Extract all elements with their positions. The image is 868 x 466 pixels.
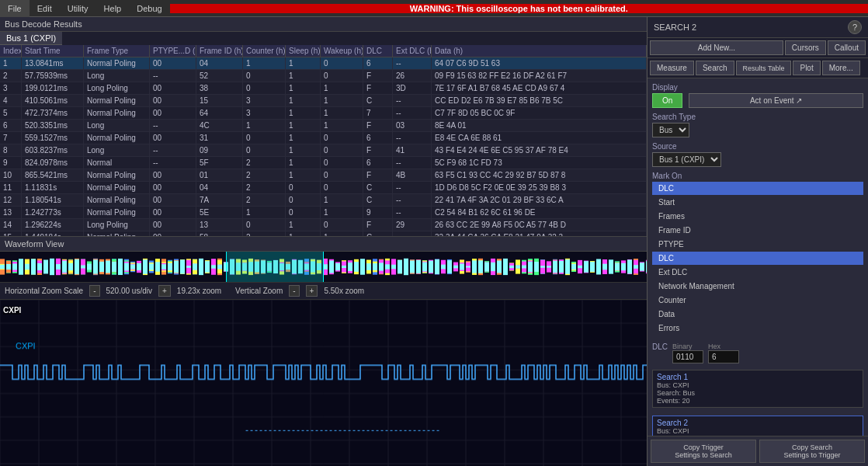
decode-table-container[interactable]: 1 13.0841ms Normal Poling 00 04 1 1 0 6 …: [0, 57, 647, 236]
table-row[interactable]: 13 1.242773s Normal Poling 00 5E 1 0 1 9…: [0, 207, 647, 219]
copy-search-settings-button[interactable]: Copy SearchSettings to Trigger: [759, 440, 865, 463]
table-row[interactable]: 14 1.296224s Long Poling 00 13 0 1 0 F 2…: [0, 219, 647, 231]
more-button[interactable]: More...: [822, 61, 860, 75]
td-data: CC ED D2 E6 7B 39 E7 85 B6 7B 5C: [432, 95, 647, 106]
td-data: 1D D6 D8 5C F2 0E 0E 39 25 39 B8 3: [432, 182, 647, 193]
help-button[interactable]: ?: [848, 20, 862, 34]
plot-button[interactable]: Plot: [793, 61, 820, 75]
td-ptype: --: [150, 120, 196, 131]
td-dlc: 7: [363, 107, 393, 119]
table-row[interactable]: 6 520.3351ms Long -- 4C 1 1 1 F 03 8E 4A…: [0, 120, 647, 132]
source-dropdown[interactable]: Bus 1 (CXPI): [652, 152, 721, 167]
search-button[interactable]: Search: [696, 61, 734, 75]
callout-button[interactable]: Callout: [828, 40, 866, 55]
table-row[interactable]: 9 824.0978ms Normal -- 5F 2 1 0 6 -- 5C …: [0, 157, 647, 169]
dlc-hex-input[interactable]: 6: [708, 350, 739, 363]
vz-zoom-minus[interactable]: -: [289, 285, 299, 297]
td-start: 520.3351ms: [22, 120, 84, 131]
bus-decode-title: Bus Decode Results: [5, 19, 82, 29]
add-new-button[interactable]: Add New...: [650, 40, 783, 55]
display-on-button[interactable]: On: [652, 93, 682, 108]
td-wakeup: 0: [321, 219, 363, 231]
mark-on-start[interactable]: Start: [652, 196, 863, 209]
td-ptype: 00: [150, 169, 196, 181]
mark-on-ext-dlc[interactable]: Ext DLC: [652, 266, 863, 279]
td-ftype: Long: [84, 144, 150, 156]
table-row[interactable]: 3 199.0121ms Long Poling 00 38 0 1 1 F 3…: [0, 82, 647, 95]
copy-trigger-settings-button[interactable]: Copy TriggerSettings to Search: [651, 440, 756, 463]
waveform-overview[interactable]: [0, 252, 647, 283]
search1-detail3: Events: 20: [657, 397, 859, 405]
td-frameid: 31: [196, 132, 243, 144]
td-data: 22 41 7A 4F 3A 2C 01 29 BF 33 6C A: [432, 194, 647, 206]
td-data: E8 4E CA 6E 88 61: [432, 132, 647, 144]
mark-on-counter[interactable]: Counter: [652, 294, 863, 307]
td-ftype: Long: [84, 70, 150, 82]
td-start: 1.242773s: [22, 207, 84, 218]
td-ptype: 00: [150, 132, 196, 144]
table-row[interactable]: 7 559.1527ms Normal Poling 00 31 0 1 0 6…: [0, 132, 647, 144]
table-row[interactable]: 8 603.8237ms Long -- 09 0 1 0 F 41 43 F4…: [0, 144, 647, 157]
mark-on-dlc[interactable]: DLC: [652, 252, 863, 265]
table-row[interactable]: 4 410.5061ms Normal Poling 00 15 3 1 1 C…: [0, 95, 647, 107]
menu-debug[interactable]: Debug: [129, 0, 169, 17]
results-table-button[interactable]: Results Table: [736, 61, 792, 75]
mark-on-section: Mark On DLCStartFramesFrame IDPTYPEDLCEx…: [652, 172, 863, 335]
waveform-canvas-area[interactable]: CXPI B1: [0, 300, 647, 466]
table-row[interactable]: 11 1.11831s Normal Poling 00 04 2 0 0 C …: [0, 182, 647, 194]
source-label: Source: [652, 142, 863, 151]
mark-on-dlc[interactable]: DLC: [652, 182, 863, 195]
table-row[interactable]: 2 57.75939ms Long -- 52 0 1 0 F 26 09 F9…: [0, 70, 647, 82]
table-row[interactable]: 10 865.5421ms Normal Poling 00 01 2 1 0 …: [0, 169, 647, 182]
search1-title: Search 1: [657, 373, 859, 381]
td-ftype: Normal Poling: [84, 207, 150, 218]
left-panel: Bus Decode Results Bus 1 (CXPI) Index St…: [0, 17, 647, 466]
mark-on-errors[interactable]: Errors: [652, 322, 863, 335]
mark-on-frame-id[interactable]: Frame ID: [652, 224, 863, 237]
td-ftype: Long: [84, 120, 150, 131]
td-counter: 1: [243, 120, 286, 131]
td-start: 1.180541s: [22, 194, 84, 206]
act-on-event-button[interactable]: Act on Event ↗: [689, 93, 863, 108]
hz-zoom-minus[interactable]: -: [89, 285, 99, 297]
td-frameid: 13: [196, 219, 243, 231]
bus-decode-section: Bus Decode Results Bus 1 (CXPI) Index St…: [0, 17, 647, 236]
vz-zoom-plus[interactable]: +: [306, 285, 318, 297]
hz-zoom-plus[interactable]: +: [158, 285, 171, 297]
dlc-binary-input[interactable]: 0110: [672, 350, 703, 363]
td-dlc: F: [363, 219, 393, 231]
td-frameid: 5E: [196, 207, 243, 218]
table-row[interactable]: 1 13.0841ms Normal Poling 00 04 1 1 0 6 …: [0, 57, 647, 70]
td-ftype: Normal Poling: [84, 182, 150, 193]
mark-on-frames[interactable]: Frames: [652, 210, 863, 223]
td-sleep: 1: [286, 144, 321, 156]
td-sleep: 1: [286, 82, 321, 94]
td-start: 1.296224s: [22, 219, 84, 231]
mark-on-ptype[interactable]: PTYPE: [652, 238, 863, 251]
table-row[interactable]: 12 1.180541s Normal Poling 00 7A 2 0 1 C…: [0, 194, 647, 207]
table-row[interactable]: 5 472.7374ms Normal Poling 00 64 3 1 1 7…: [0, 107, 647, 120]
td-frameid: 15: [196, 95, 243, 106]
mark-on-network-management[interactable]: Network Management: [652, 280, 863, 293]
menu-file[interactable]: File: [0, 0, 30, 17]
hz-zoom-pct: 19.23x zoom: [177, 287, 221, 295]
mark-on-data[interactable]: Data: [652, 308, 863, 321]
hz-zoom-value: 520.00 us/div: [106, 287, 153, 295]
td-ptype: 00: [150, 182, 196, 193]
td-counter: 3: [243, 107, 286, 119]
td-ptype: 00: [150, 82, 196, 94]
menu-utility[interactable]: Utility: [60, 0, 96, 17]
th-ptype: PTYPE...D (h): [150, 45, 196, 57]
display-label: Display: [652, 83, 863, 92]
menu-help[interactable]: Help: [96, 0, 130, 17]
menu-edit[interactable]: Edit: [30, 0, 60, 17]
bus-label: Bus 1 (CXPI): [0, 32, 62, 45]
td-data: C2 54 84 B1 62 6C 61 96 DE: [432, 207, 647, 218]
measure-button[interactable]: Measure: [650, 61, 694, 75]
td-frameid: 4C: [196, 120, 243, 131]
th-frameid: Frame ID (h): [196, 45, 243, 57]
search-type-dropdown[interactable]: Bus: [652, 123, 689, 137]
td-data: 7E 17 6F A1 B7 68 45 AE CD A9 67 4: [432, 82, 647, 94]
td-wakeup: 1: [321, 194, 363, 206]
cursors-button[interactable]: Cursors: [785, 40, 826, 55]
